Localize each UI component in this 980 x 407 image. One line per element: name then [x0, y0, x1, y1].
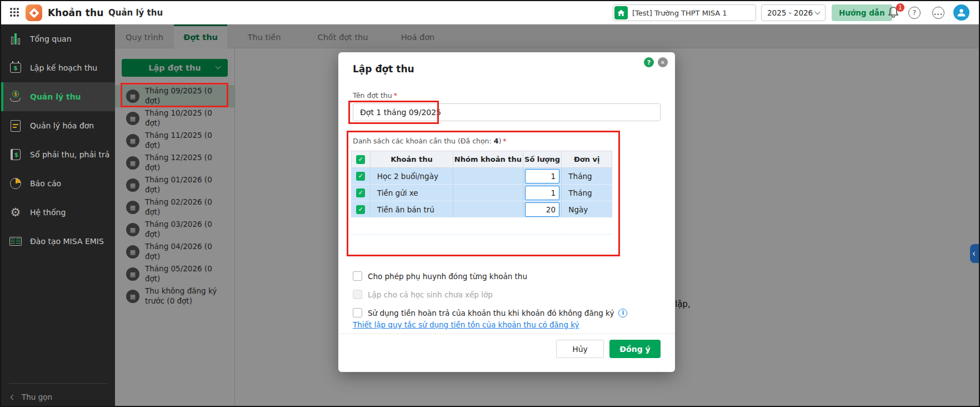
col-header-unit: Đơn vị: [562, 151, 612, 168]
fee-name: Tiền ăn bán trú: [371, 201, 453, 218]
row-checkbox[interactable]: ✓: [356, 172, 365, 181]
guide-button[interactable]: Hướng dẫn: [832, 4, 892, 21]
modal-help-icon[interactable]: ?: [644, 57, 654, 67]
option-checkbox[interactable]: [353, 308, 362, 317]
sidebar-item-s-ph-i-thu-ph-i-tr-[interactable]: $ Sổ phải thu, phải trả: [1, 140, 115, 169]
sidebar-divider: [9, 383, 107, 384]
cancel-button[interactable]: Hủy: [556, 340, 604, 358]
notification-badge: 1: [896, 3, 904, 12]
sidebar-item-label: Quản lý thu: [30, 92, 81, 101]
sidebar-item-label: Đào tạo MISA EMIS: [30, 237, 104, 246]
modal-option: Cho phép phụ huynh đóng từng khoản thu: [353, 267, 627, 285]
collapse-label: Thu gọn: [22, 393, 52, 401]
school-name: [Test] Trường THPT MISA 1: [632, 9, 727, 17]
refund-rule-link[interactable]: Thiết lập quy tắc sử dụng tiền tồn của k…: [353, 320, 579, 329]
fee-table-header: ✓ Khoản thu Nhóm khoản thu Số lượng Đơn …: [352, 151, 612, 168]
create-batch-modal: Lập đợt thu ? ✕ Tên đợt thu* Danh sách c…: [338, 52, 675, 372]
sidebar-item-qu-n-l-h-a-n[interactable]: Quản lý hóa đơn: [1, 111, 115, 140]
fee-unit: Tháng: [562, 168, 612, 185]
ledger-book-icon: $: [11, 149, 21, 160]
batch-name-input[interactable]: [353, 103, 661, 121]
fee-table-row: ✓ Học 2 buổi/ngày Tháng: [352, 168, 612, 185]
fee-group: [453, 201, 523, 218]
more-icon[interactable]: ...: [932, 7, 944, 19]
app-title: Khoản thu: [48, 7, 104, 18]
fee-table-row: ✓ Tiền gửi xe Tháng: [352, 185, 612, 201]
bar-chart-icon: [11, 33, 20, 44]
modal-options: Cho phép phụ huynh đóng từng khoản thu L…: [353, 267, 627, 322]
modal-close-icon[interactable]: ✕: [658, 57, 668, 67]
gear-icon: ⚙: [11, 207, 21, 219]
fee-unit: Ngày: [562, 201, 612, 218]
side-panel-toggle[interactable]: [970, 244, 979, 263]
invoice-icon: [11, 120, 21, 132]
avatar[interactable]: [953, 4, 969, 21]
fee-table-row: ✓ Tiền ăn bán trú Ngày: [352, 201, 612, 218]
notifications-button[interactable]: 1: [887, 6, 902, 20]
modal-footer: Hủy Đồng ý: [338, 334, 675, 372]
col-header-quantity: Số lượng: [523, 151, 562, 168]
school-year-select[interactable]: 2025 - 2026: [761, 4, 826, 21]
row-checkbox[interactable]: ✓: [356, 205, 365, 214]
open-book-icon: [9, 237, 22, 246]
confirm-button[interactable]: Đồng ý: [609, 340, 661, 358]
sidebar-item--o-t-o-misa-emis[interactable]: Đào tạo MISA EMIS: [1, 227, 115, 256]
option-label: Lập cho cả học sinh chưa xếp lớp: [368, 290, 493, 299]
option-checkbox[interactable]: [353, 290, 362, 299]
required-mark: *: [394, 91, 397, 100]
quantity-input[interactable]: [525, 202, 559, 217]
sidebar-item-label: Hệ thống: [30, 208, 66, 217]
quantity-input[interactable]: [525, 169, 559, 183]
fee-group: [453, 168, 523, 185]
sidebar-item-t-ng-quan[interactable]: Tổng quan: [1, 24, 115, 53]
sidebar-item-qu-n-l-thu[interactable]: $ Quản lý thu: [1, 82, 115, 111]
app-window: Khoản thu Quản lý thu [Test] Trường THPT…: [0, 0, 980, 407]
fee-table-empty-space: [351, 217, 612, 234]
sidebar-item-label: Báo cáo: [30, 179, 61, 188]
calendar-dollar-icon: $: [10, 63, 21, 73]
modal-option: Lập cho cả học sinh chưa xếp lớp: [353, 285, 627, 304]
modal-title: Lập đợt thu: [353, 63, 414, 75]
fee-unit: Tháng: [562, 185, 612, 201]
modal-option: Sử dụng tiền hoàn trả của khoản thu khi …: [353, 304, 627, 322]
chevron-down-icon: [815, 9, 821, 15]
row-checkbox[interactable]: ✓: [356, 188, 365, 197]
sidebar-item-label: Sổ phải thu, phải trả: [30, 150, 109, 159]
col-header-group: Nhóm khoản thu: [453, 151, 523, 168]
school-year-value: 2025 - 2026: [767, 8, 813, 17]
fee-name: Tiền gửi xe: [371, 185, 453, 201]
topbar: Khoản thu Quản lý thu [Test] Trường THPT…: [1, 1, 979, 24]
option-checkbox[interactable]: [353, 271, 362, 281]
select-all-checkbox[interactable]: ✓: [356, 155, 365, 164]
chevron-left-icon: [972, 251, 976, 255]
topnav-quan-ly-thu[interactable]: Quản lý thu: [108, 8, 163, 18]
col-header-fee: Khoản thu: [371, 151, 453, 168]
sidebar-item-label: Lập kế hoạch thu: [30, 63, 97, 72]
sidebar-item-b-o-c-o[interactable]: Báo cáo: [1, 169, 115, 198]
pie-chart-icon: [10, 178, 21, 189]
required-mark: *: [503, 137, 506, 145]
sidebar-item-label: Quản lý hóa đơn: [30, 121, 94, 130]
school-selector[interactable]: [Test] Trường THPT MISA 1: [613, 4, 756, 21]
chevron-left-icon: [11, 394, 16, 400]
sidebar-item-l-p-k-ho-ch-thu[interactable]: $ Lập kế hoạch thu: [1, 53, 115, 82]
collapse-sidebar-button[interactable]: Thu gọn: [11, 393, 52, 401]
option-label: Cho phép phụ huynh đóng từng khoản thu: [368, 272, 527, 281]
home-icon[interactable]: [614, 6, 628, 19]
help-icon[interactable]: ?: [908, 7, 921, 19]
app-grid-icon[interactable]: [10, 8, 20, 18]
quantity-input[interactable]: [525, 186, 559, 200]
sidebar-item-h-th-ng[interactable]: ⚙ Hệ thống: [1, 198, 115, 227]
fee-list-label: Danh sách các khoản cần thu (Đã chọn: 4)…: [353, 137, 507, 145]
app-logo-icon[interactable]: [26, 4, 42, 21]
fee-name: Học 2 buổi/ngày: [371, 168, 453, 185]
sidebar-item-label: Tổng quan: [30, 34, 72, 43]
option-label: Sử dụng tiền hoàn trả của khoản thu khi …: [368, 309, 614, 317]
fee-group: [453, 185, 523, 201]
info-icon[interactable]: i: [618, 309, 627, 317]
main-sidebar: Tổng quan $ Lập kế hoạch thu $ Quản lý t…: [1, 24, 115, 407]
hand-coin-icon: $: [9, 91, 22, 103]
batch-name-label: Tên đợt thu*: [353, 91, 397, 100]
